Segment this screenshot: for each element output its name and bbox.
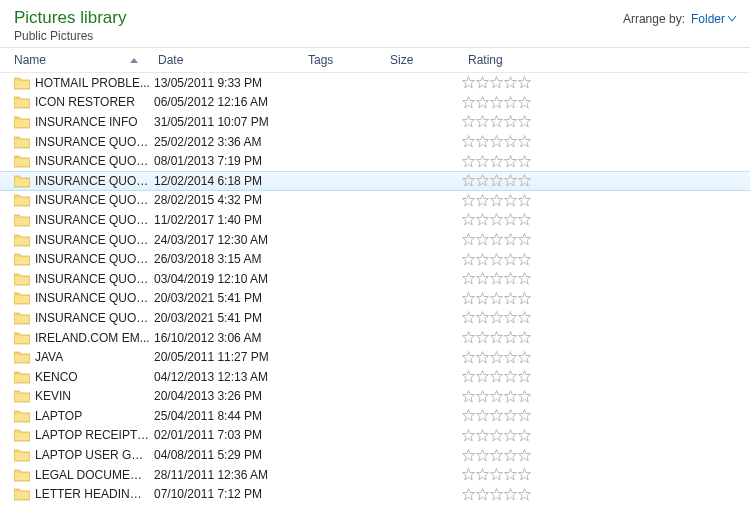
cell-date: 06/05/2012 12:16 AM [150,95,300,109]
star-icon [490,253,503,266]
folder-row[interactable]: INSURANCE QUOT...20/03/2021 5:41 PM [0,308,750,328]
star-icon [504,233,517,246]
star-icon [462,351,475,364]
star-icon [490,155,503,168]
chevron-down-icon [728,16,736,22]
folder-row[interactable]: INSURANCE QUOT...08/01/2013 7:19 PM [0,151,750,171]
folder-row[interactable]: LAPTOP25/04/2011 8:44 PM [0,406,750,426]
folder-row[interactable]: LAPTOP USER GUID...04/08/2011 5:29 PM [0,445,750,465]
folder-row[interactable]: IRELAND.COM EM...16/10/2012 3:06 AM [0,328,750,348]
star-icon [518,488,531,501]
cell-rating[interactable] [460,213,590,226]
star-icon [462,96,475,109]
star-icon [476,292,489,305]
folder-row[interactable]: INSURANCE QUOT...20/03/2021 5:41 PM [0,289,750,309]
star-icon [462,194,475,207]
star-icon [504,331,517,344]
cell-name: LAPTOP RECEIPT A... [0,428,150,442]
folder-row[interactable]: INSURANCE QUOT...25/02/2012 3:36 AM [0,132,750,152]
arrange-by-dropdown[interactable]: Folder [691,12,736,26]
folder-row[interactable]: INSURANCE QUOT...03/04/2019 12:10 AM [0,269,750,289]
cell-rating[interactable] [460,76,590,89]
cell-rating[interactable] [460,194,590,207]
column-header-tags[interactable]: Tags [300,49,382,71]
cell-date: 12/02/2014 6:18 PM [150,174,300,188]
column-header-rating[interactable]: Rating [460,49,590,71]
folder-name-label: LETTER HEADINGS ... [35,487,150,501]
cell-rating[interactable] [460,155,590,168]
folder-icon [14,428,30,442]
cell-name: INSURANCE QUOT... [0,174,150,188]
folder-name-label: INSURANCE QUOT... [35,252,150,266]
folder-name-label: ICON RESTORER [35,95,135,109]
star-icon [476,194,489,207]
cell-rating[interactable] [460,409,590,422]
column-header-date[interactable]: Date [150,49,300,71]
cell-rating[interactable] [460,370,590,383]
folder-row[interactable]: INSURANCE INFO31/05/2011 10:07 PM [0,112,750,132]
cell-name: INSURANCE QUOT... [0,193,150,207]
folder-row[interactable]: HOTMAIL PROBLE...13/05/2011 9:33 PM [0,73,750,93]
cell-name: INSURANCE QUOT... [0,252,150,266]
library-header: Pictures library Public Pictures Arrange… [0,0,750,47]
sort-ascending-icon [130,58,138,63]
star-icon [518,292,531,305]
folder-row[interactable]: LAPTOP RECEIPT A...02/01/2011 7:03 PM [0,426,750,446]
star-icon [462,488,475,501]
star-icon [490,135,503,148]
column-header-size[interactable]: Size [382,49,460,71]
cell-name: HOTMAIL PROBLE... [0,76,150,90]
folder-row[interactable]: LETTER HEADINGS ...07/10/2011 7:12 PM [0,484,750,504]
cell-rating[interactable] [460,488,590,501]
cell-rating[interactable] [460,390,590,403]
cell-date: 13/05/2011 9:33 PM [150,76,300,90]
folder-row[interactable]: LEGAL DOCUMENT...28/11/2011 12:36 AM [0,465,750,485]
folder-name-label: JAVA [35,350,63,364]
folder-row[interactable]: INSURANCE QUOT...26/03/2018 3:15 AM [0,249,750,269]
arrange-by-value: Folder [691,12,725,26]
folder-row[interactable]: KENCO04/12/2013 12:13 AM [0,367,750,387]
cell-rating[interactable] [460,468,590,481]
folder-row[interactable]: INSURANCE QUOT...12/02/2014 6:18 PM [0,171,750,191]
folder-row[interactable]: INSURANCE QUOT...11/02/2017 1:40 PM [0,210,750,230]
folder-icon [14,252,30,266]
star-icon [462,429,475,442]
cell-rating[interactable] [460,272,590,285]
folder-icon [14,115,30,129]
cell-rating[interactable] [460,135,590,148]
folder-icon [14,213,30,227]
star-icon [504,272,517,285]
cell-name: INSURANCE QUOT... [0,213,150,227]
cell-rating[interactable] [460,174,590,187]
cell-rating[interactable] [460,351,590,364]
star-icon [476,233,489,246]
cell-rating[interactable] [460,96,590,109]
cell-rating[interactable] [460,115,590,128]
star-icon [490,174,503,187]
cell-rating[interactable] [460,233,590,246]
folder-row[interactable]: ICON RESTORER06/05/2012 12:16 AM [0,93,750,113]
folder-row[interactable]: INSURANCE QUOT...24/03/2017 12:30 AM [0,230,750,250]
folder-row[interactable]: INSURANCE QUOT...28/02/2015 4:32 PM [0,191,750,211]
file-list[interactable]: HOTMAIL PROBLE...13/05/2011 9:33 PMICON … [0,73,750,513]
star-icon [476,449,489,462]
star-icon [504,488,517,501]
column-header-name[interactable]: Name [0,49,150,71]
star-icon [504,155,517,168]
star-icon [462,390,475,403]
star-icon [504,351,517,364]
folder-row[interactable]: KEVIN20/04/2013 3:26 PM [0,387,750,407]
cell-rating[interactable] [460,429,590,442]
cell-rating[interactable] [460,292,590,305]
star-icon [490,370,503,383]
folder-name-label: INSURANCE QUOT... [35,213,150,227]
star-icon [518,76,531,89]
folder-row[interactable]: JAVA20/05/2011 11:27 PM [0,347,750,367]
cell-rating[interactable] [460,253,590,266]
cell-rating[interactable] [460,331,590,344]
cell-rating[interactable] [460,311,590,324]
star-icon [490,233,503,246]
cell-rating[interactable] [460,449,590,462]
folder-icon [14,291,30,305]
star-icon [518,96,531,109]
